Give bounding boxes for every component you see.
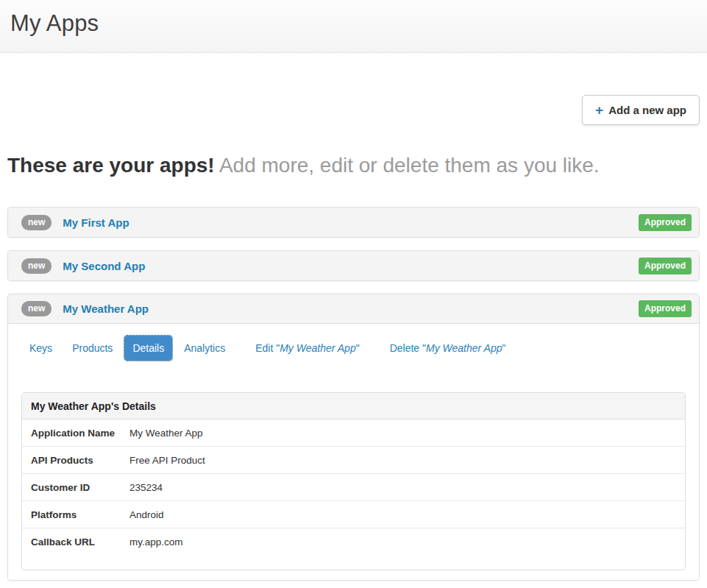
details-row-application-name: Application Name My Weather App: [22, 419, 685, 447]
add-new-app-button[interactable]: + Add a new app: [582, 95, 700, 125]
delete-label-prefix: Delete ": [390, 342, 426, 354]
details-label: API Products: [31, 455, 129, 466]
app-details-card: My Weather App's Details Application Nam…: [21, 392, 686, 570]
delete-app-name: My Weather App: [426, 342, 502, 354]
tab-analytics[interactable]: Analytics: [176, 336, 233, 361]
tab-delete-app[interactable]: Delete "My Weather App": [382, 336, 514, 361]
app-panel-body: Keys Products Details Analytics Edit "My…: [8, 324, 699, 580]
page-title: My Apps: [10, 10, 697, 37]
page-header: My Apps: [0, 0, 707, 53]
app-panel-header[interactable]: new My Second App Approved: [8, 251, 699, 280]
intro-heading: These are your apps! Add more, edit or d…: [7, 153, 700, 177]
app-panel-header[interactable]: new My First App Approved: [8, 208, 699, 237]
new-badge: new: [21, 215, 51, 230]
status-badge: Approved: [639, 258, 692, 274]
edit-app-name: My Weather App: [280, 342, 356, 354]
app-tabs: Keys Products Details Analytics Edit "My…: [21, 336, 686, 361]
details-value: my.app.com: [129, 536, 183, 548]
details-row-platforms: Platforms Android: [22, 501, 685, 528]
delete-label-suffix: ": [502, 342, 506, 354]
tab-details[interactable]: Details: [124, 336, 172, 361]
content: + Add a new app These are your apps! Add…: [0, 95, 707, 581]
new-badge: new: [21, 258, 51, 274]
details-label: Application Name: [31, 428, 129, 439]
tab-edit-app[interactable]: Edit "My Weather App": [247, 336, 367, 361]
plus-icon: +: [595, 105, 603, 116]
app-panel-my-first-app: new My First App Approved: [7, 207, 700, 238]
details-label: Platforms: [31, 509, 129, 520]
details-value: 235234: [129, 482, 163, 493]
details-value: Android: [129, 509, 164, 520]
app-title-link[interactable]: My Second App: [63, 260, 145, 272]
intro-emphasis: These are your apps!: [7, 154, 215, 177]
app-panel-header[interactable]: new My Weather App Approved: [8, 294, 699, 324]
toolbar: + Add a new app: [7, 95, 700, 125]
intro-subtext: Add more, edit or delete them as you lik…: [215, 154, 600, 177]
details-row-api-products: API Products Free API Product: [22, 447, 685, 474]
details-row-customer-id: Customer ID 235234: [22, 474, 685, 501]
details-value: My Weather App: [129, 428, 203, 439]
details-label: Customer ID: [31, 482, 129, 493]
app-title-link[interactable]: My Weather App: [63, 302, 149, 315]
edit-label-suffix: ": [356, 342, 360, 354]
app-title-link[interactable]: My First App: [63, 216, 129, 229]
details-value: Free API Product: [129, 455, 205, 466]
app-panel-my-weather-app: new My Weather App Approved Keys Product…: [7, 294, 700, 581]
tab-products[interactable]: Products: [64, 336, 121, 361]
new-badge: new: [21, 301, 51, 316]
tab-keys[interactable]: Keys: [21, 336, 60, 361]
details-label: Callback URL: [31, 536, 129, 548]
details-card-title: My Weather App's Details: [22, 393, 685, 419]
app-panel-my-second-app: new My Second App Approved: [7, 250, 700, 281]
add-new-app-label: Add a new app: [608, 104, 686, 116]
status-badge: Approved: [639, 214, 692, 231]
status-badge: Approved: [639, 300, 692, 317]
edit-label-prefix: Edit ": [255, 342, 280, 354]
details-row-callback-url: Callback URL my.app.com: [22, 528, 685, 555]
